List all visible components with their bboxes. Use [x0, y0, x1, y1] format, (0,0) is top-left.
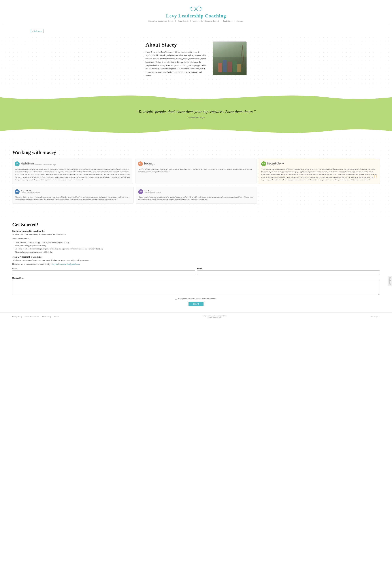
testimonial-header-0: MK Michelle Kaufman SVP, Director of D+D…: [15, 161, 131, 166]
avatar-initials-4: SS: [140, 190, 142, 193]
footer-terms-link[interactable]: Terms & Conditions: [25, 316, 39, 318]
avatar-initials-3: BM: [16, 190, 19, 193]
footer-credits-link[interactable]: Credits: [54, 316, 59, 318]
testimonial-meta-4: Sara Savino PM, Sustainability, Google: [144, 190, 161, 193]
testimonial-name-4: Sara Savino: [144, 190, 161, 192]
testimonial-avatar-0: MK: [15, 161, 20, 166]
avatar-initials-1: BL: [139, 163, 142, 165]
testimonial-card-1: BL Brian Law Manager, Wayfair "Whether i…: [136, 159, 256, 184]
testimonial-card-3: BM Bhavin Mathia Manager, Engineering, G…: [12, 187, 134, 203]
testimonial-header-2: EM Eitan Marder-Eppstein CEO, Hippo Harv…: [261, 161, 377, 166]
testimonial-avatar-1: BL: [138, 161, 143, 166]
testimonial-text-2: "I worked with Stacey through some of th…: [261, 168, 377, 181]
get-started-section: Get Started! Executive Leadership Coachi…: [0, 216, 392, 312]
subtitle-speaker: Speaker: [237, 20, 244, 22]
form-name-label: Name:: [12, 268, 195, 270]
testimonial-meta-2: Eitan Marder-Eppstein CEO, Hippo Harvest: [267, 162, 284, 165]
subtitle-exec: Executive Leadership Coach: [149, 20, 174, 22]
testimonial-meta-3: Bhavin Mathia Manager, Engineering, Goog…: [21, 190, 40, 193]
subtitle-sep3: |: [221, 20, 221, 22]
form-name-input[interactable]: [12, 270, 195, 275]
about-description: Stacey lives in Northern California with…: [145, 50, 207, 77]
testimonial-avatar-2: EM: [261, 161, 266, 166]
testimonial-meta-0: Michelle Kaufman SVP, Director of D+D fo…: [21, 162, 56, 165]
testimonial-avatar-3: BM: [15, 189, 20, 194]
testimonial-role-0: SVP, Director of D+D for the Built Envir…: [21, 164, 56, 165]
feedback-tab[interactable]: Feedback?: [388, 276, 392, 286]
back-home-link[interactable]: ‹ Back home: [31, 29, 44, 33]
exec-coaching-title: Executive Leadership Coaching 1:1:: [12, 230, 380, 232]
testimonial-role-2: CEO, Hippo Harvest: [267, 164, 284, 165]
testimonial-header-4: SS Sara Savino PM, Sustainability, Googl…: [138, 189, 255, 194]
form-message-textarea[interactable]: [12, 280, 380, 295]
terms-link[interactable]: Terms & Conditions: [201, 298, 216, 300]
we-will-label: We will use our time to:: [12, 237, 380, 240]
subtitle-manager: Manager Development Expert: [193, 20, 219, 22]
submit-button[interactable]: Submit: [188, 302, 203, 306]
site-header: Levy Leadership Coaching Executive Leade…: [0, 0, 392, 26]
testimonials-grid-bottom: BM Bhavin Mathia Manager, Engineering, G…: [12, 187, 257, 203]
exec-coaching-desc: Schedule a 30 minute consultation, also …: [12, 233, 380, 236]
privacy-policy-link[interactable]: Privacy Policy: [187, 298, 198, 300]
testimonial-text-0: "I enthusiastically recommend Stacey Lev…: [15, 168, 131, 181]
testimonial-name-2: Eitan Marder-Eppstein: [267, 162, 284, 164]
testimonial-name-3: Bhavin Mathia: [21, 190, 40, 192]
testimonial-name-0: Michelle Kaufman: [21, 162, 56, 164]
wave-top-svg: [0, 91, 392, 103]
testimonial-meta-1: Brian Law Manager, Wayfair: [144, 162, 155, 165]
form-message-label: Message Note:: [12, 277, 380, 279]
testimonial-role-1: Manager, Wayfair: [144, 164, 155, 165]
exec-coaching-list: Learn about each other, build rapport an…: [12, 241, 380, 253]
about-image: [213, 42, 247, 75]
testimonial-text-1: "Whether it be working through managemen…: [138, 168, 254, 173]
testimonial-card-2: EM Eitan Marder-Eppstein CEO, Hippo Harv…: [259, 159, 380, 184]
testimonial-card-4: SS Sara Savino PM, Sustainability, Googl…: [136, 187, 257, 203]
subtitle-sep2: |: [190, 20, 191, 22]
wave-bottom-svg: [0, 125, 392, 137]
quote-author: Alexander den Heijer: [3, 116, 389, 119]
svg-point-0: [191, 7, 196, 11]
subtitle-sep1: |: [175, 20, 176, 22]
svg-point-1: [196, 7, 201, 11]
large-quote-mark: ": [373, 173, 378, 185]
subtitle-team: Team Coach: [178, 20, 188, 22]
back-to-top-link[interactable]: Back to top ▲: [370, 316, 380, 318]
form-name-email-row: Name: Email:: [12, 268, 380, 275]
exec-list-item-3: Discuss what a coaching engagement will …: [14, 251, 380, 253]
exec-list-item-0: Learn about each other, build rapport an…: [14, 241, 380, 244]
testimonial-text-3: "Thank you Stacey for your investment in…: [15, 196, 131, 201]
quote-section: “To inspire people, don’t show them your…: [0, 103, 392, 125]
exec-list-item-1: Share your 2-3 biggest goals for coachin…: [14, 244, 380, 247]
about-text-area: About Stacey Stacey lives in Northern Ca…: [145, 42, 207, 77]
header-subtitle: Executive Leadership Coach | Team Coach …: [3, 20, 389, 22]
contact-note: Please feel free to reach out below or e…: [12, 263, 380, 265]
testimonial-role-4: PM, Sustainability, Google: [144, 192, 161, 193]
exec-list-item-2: Do a brief coaching demo (nothing to pre…: [14, 247, 380, 250]
testimonial-header-3: BM Bhavin Mathia Manager, Engineering, G…: [15, 189, 131, 194]
working-title: Working with Stacey: [12, 150, 380, 155]
header-divider: [3, 24, 389, 24]
testimonial-avatar-4: SS: [138, 189, 143, 194]
testimonial-name-1: Brian Law: [144, 162, 155, 164]
working-section: Working with Stacey MK Michelle Kaufman …: [0, 137, 392, 216]
site-footer: Privacy Policy Terms & Conditions About …: [0, 312, 392, 321]
site-title: Levy Leadership Coaching: [3, 13, 389, 19]
back-arrow-icon: ‹: [32, 30, 33, 32]
quote-text: “To inspire people, don’t show them your…: [135, 109, 257, 114]
avatar-initials-2: EM: [262, 163, 265, 165]
footer-links: Privacy Policy Terms & Conditions About …: [12, 316, 59, 318]
footer-copyright-text: Levy Leadership Coaching © 2023: [203, 315, 226, 317]
contact-email-link[interactable]: levyleadershipcoaching@gmail.com: [52, 263, 79, 265]
wave-top-section: “To inspire people, don’t show them your…: [0, 91, 392, 137]
team-coaching-title: Team Development & Coaching:: [12, 256, 380, 258]
footer-built-by: Built by Minuto.tech: [203, 317, 226, 318]
avatar-initials-0: MK: [16, 163, 19, 165]
footer-about-link[interactable]: About Stacey: [42, 316, 51, 318]
form-name-group: Name:: [12, 268, 195, 275]
form-privacy-checkbox[interactable]: [175, 298, 177, 300]
back-home-label: Back home: [34, 30, 42, 32]
footer-privacy-link[interactable]: Privacy Policy: [12, 316, 22, 318]
testimonial-role-3: Manager, Engineering, Google: [21, 192, 40, 193]
form-email-input[interactable]: [197, 270, 380, 275]
about-title: About Stacey: [145, 42, 207, 48]
